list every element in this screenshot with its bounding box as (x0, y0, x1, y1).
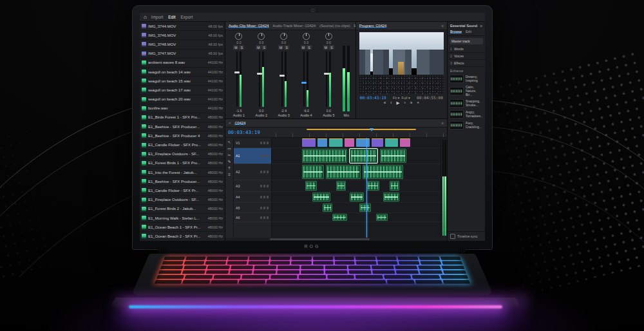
type-tool-icon[interactable]: T (228, 166, 231, 170)
panel-menu-icon[interactable]: ≡ (442, 24, 444, 28)
bin-item[interactable]: E1_Beehive - SFX Producer 448000 Hz (140, 131, 225, 140)
bin-item[interactable]: E1_Forest Birds 1 - SFX Pro...48000 Hz (140, 159, 225, 168)
mute-button[interactable]: M (256, 45, 261, 50)
video-clip[interactable] (329, 138, 343, 147)
fader-track[interactable] (259, 52, 260, 107)
fader-handle[interactable] (257, 73, 262, 75)
sound-preset-card[interactable]: Angry, Tornadoes... (448, 109, 485, 120)
video-clip[interactable] (372, 138, 383, 147)
razor-tool-icon[interactable]: ✂ (227, 153, 231, 157)
essential-tab-browse[interactable]: Browse (450, 30, 462, 33)
track-header-a3[interactable]: A3 (234, 180, 271, 192)
audio-clip[interactable] (363, 165, 402, 179)
timeline-timecode[interactable]: 00:03:43:19 (225, 128, 276, 137)
master-track-row[interactable]: Master track (450, 38, 483, 44)
mixer-tab[interactable]: (Source) (no clips) (319, 24, 350, 28)
button-editor-icon[interactable]: + (417, 101, 419, 106)
mixer-tab[interactable]: Effects (354, 24, 355, 28)
track-toggle-icons[interactable] (260, 171, 269, 173)
solo-button[interactable]: S (329, 45, 334, 50)
fader-track[interactable] (303, 52, 305, 107)
program-timecode[interactable]: 00:03:43:19 (360, 95, 386, 100)
sound-preset-card[interactable]: Fiery, Crackling... (448, 120, 485, 131)
bin-item[interactable]: E1_Candle Flicker - SFX Pro...48000 Hz (140, 140, 225, 149)
audio-clip[interactable] (332, 214, 347, 221)
home-icon[interactable]: ⌂ (144, 15, 147, 20)
sound-preset-card[interactable]: Snapping, Smoke... (448, 98, 485, 109)
sound-preset-card[interactable]: Dreamy, Inspiring (448, 73, 485, 84)
bin-item[interactable]: seagull on beach 15.wav44100 Hz (140, 77, 225, 86)
fader-handle[interactable] (234, 71, 240, 73)
audio-clip[interactable] (302, 165, 323, 179)
pan-knob[interactable] (325, 33, 332, 40)
bin-item[interactable]: E1_Ocean Beach 1 - SFX Pr...48000 Hz (140, 223, 225, 232)
audio-clip[interactable] (350, 149, 378, 163)
fader-track[interactable] (236, 52, 238, 107)
playhead-marker[interactable] (370, 128, 374, 131)
video-clip[interactable] (317, 138, 328, 147)
bin-item[interactable]: E1_Forest Birds 2 - Jakub...48000 Hz (140, 205, 225, 214)
program-video-frame[interactable] (359, 32, 444, 94)
track-header-a2[interactable]: A2 (234, 164, 271, 180)
track-header-a4[interactable]: A4 (234, 192, 271, 203)
menu-item-export[interactable]: Export (180, 15, 193, 19)
track-toggle-icons[interactable] (260, 155, 269, 157)
step-forward-icon[interactable]: › (404, 101, 405, 106)
video-clip[interactable] (385, 138, 399, 147)
mixer-tab[interactable]: Audio Track Mixer: C0424 (273, 24, 316, 28)
pan-knob[interactable] (258, 33, 265, 40)
step-back-icon[interactable]: ‹ (390, 101, 392, 106)
audio-clip[interactable] (326, 165, 361, 179)
selection-tool-icon[interactable]: ↖ (227, 140, 231, 144)
audio-clip[interactable] (359, 203, 371, 212)
bin-item[interactable]: E1_Fireplace Outdoors - SF...48000 Hz (140, 196, 225, 205)
bin-item[interactable]: seagull on beach 20.wav44100 Hz (140, 95, 225, 104)
timeline-ruler[interactable] (276, 128, 447, 137)
video-clip[interactable] (302, 138, 316, 147)
essential-category[interactable]: 2Voices (448, 53, 485, 60)
go-to-in-icon[interactable]: « (384, 101, 386, 106)
timeline-menu-icon[interactable]: ≡ (442, 121, 444, 125)
essential-tab-edit[interactable]: Edit (466, 30, 471, 33)
bin-item[interactable]: IMG_3744.MOV48.00 fps (140, 22, 225, 31)
track-toggle-icons[interactable] (260, 216, 269, 219)
mute-button[interactable]: M (323, 45, 328, 50)
pan-knob[interactable] (280, 33, 287, 40)
bin-item[interactable]: E1_Morning Walk - Stefan L...48000 Hz (140, 214, 225, 223)
timeline-tab[interactable]: C0424 (234, 121, 245, 125)
bin-item[interactable]: seagull on beach 14.wav44100 Hz (140, 68, 225, 77)
track-toggle-icons[interactable] (260, 142, 269, 144)
audio-clip[interactable] (376, 214, 388, 221)
fader-track[interactable] (326, 52, 327, 107)
fader-handle[interactable] (279, 75, 285, 77)
track-header-a6[interactable]: A6 (234, 213, 271, 222)
bin-item[interactable]: E1_Birds Forest 1 - SFX Pro...48000 Hz (140, 113, 225, 122)
bin-item[interactable]: E1_Ocean Beach 2 - SFX Pr...48000 Hz (140, 232, 225, 241)
video-clip[interactable] (356, 138, 370, 147)
mute-button[interactable]: M (301, 45, 306, 50)
zoom-and-quality[interactable]: Fit ▾ Full ▾ (389, 96, 414, 100)
mute-button[interactable]: M (278, 45, 283, 50)
program-tab[interactable]: Program: C0424 (359, 24, 387, 28)
track-header-v1[interactable]: V1 (234, 138, 271, 148)
sound-preset-card[interactable]: Calm, Nature, Bir... (448, 84, 485, 98)
audio-clip[interactable] (302, 149, 347, 163)
audio-clip[interactable] (312, 193, 330, 202)
video-clip[interactable] (345, 138, 355, 147)
bin-item[interactable]: IMG_3746.MOV48.00 fps (140, 31, 225, 40)
tool-menu-icon[interactable]: ≡ (228, 173, 231, 176)
essential-category[interactable]: 1Words (448, 46, 485, 53)
solo-button[interactable]: S (261, 45, 267, 50)
audio-clip[interactable] (380, 149, 406, 163)
timeline-sync-row[interactable]: Timeline sync (448, 231, 485, 241)
fader-handle[interactable] (324, 73, 329, 75)
fader-track[interactable] (281, 52, 283, 107)
menu-item-import[interactable]: Import (151, 15, 163, 19)
audio-clip[interactable] (323, 203, 332, 212)
bin-item[interactable]: IMG_3748.MOV48.00 fps (140, 40, 225, 49)
audio-clip[interactable] (305, 181, 317, 191)
timeline-sync-checkbox[interactable] (450, 234, 455, 239)
solo-button[interactable]: S (239, 45, 244, 50)
menu-item-edit[interactable]: Edit (168, 15, 175, 19)
bin-item[interactable]: bonfire.wav44100 Hz (140, 104, 225, 113)
